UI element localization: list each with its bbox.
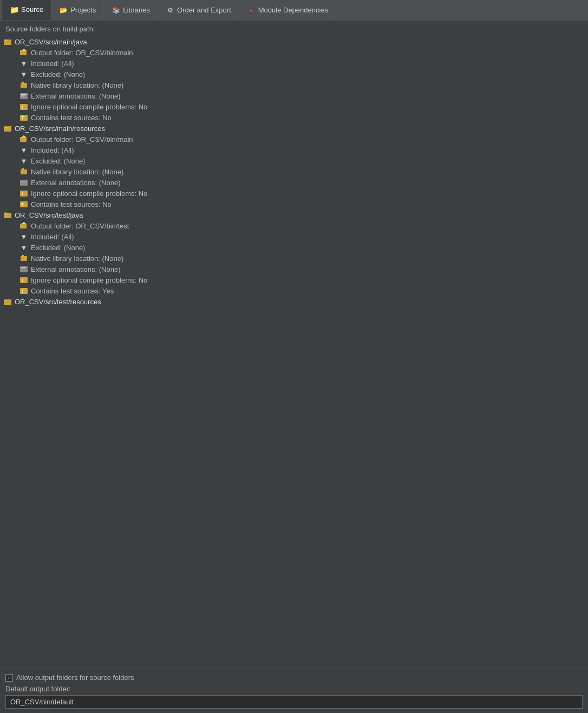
tree-scroll-area[interactable]: OR_CSV/src/main/java Output folder: OR_C… — [0, 36, 588, 669]
svg-rect-7 — [20, 93, 28, 99]
svg-rect-6 — [22, 82, 24, 83]
order-export-tab-icon: ⚙ — [166, 6, 174, 15]
test-icon-main-java: T — [19, 113, 28, 122]
tree-child-ignore-main-java[interactable]: ! Ignore optional compile problems: No — [0, 101, 588, 112]
output-icon-test-java — [19, 221, 28, 230]
svg-rect-35 — [22, 255, 24, 257]
tree-child-included-main-java[interactable]: ▼ Included: (All) — [0, 58, 588, 69]
label-excluded-test-java: Excluded: (None) — [31, 244, 85, 252]
folder-icon-src-main-java — [3, 37, 12, 46]
svg-text:T: T — [21, 289, 24, 294]
tab-order-export[interactable]: ⚙ Order and Export — [158, 0, 239, 20]
tab-source[interactable]: 📁 Source — [2, 0, 51, 20]
tree-child-output-main-java[interactable]: Output folder: OR_CSV/bin/main — [0, 47, 588, 58]
tab-projects-label: Projects — [70, 6, 96, 14]
tree-child-ignore-test-java[interactable]: ! Ignore optional compile problems: No — [0, 274, 588, 285]
svg-rect-37 — [21, 267, 27, 268]
label-src-main-java: OR_CSV/src/main/java — [15, 38, 87, 46]
label-native-main-res: Native library location: (None) — [31, 168, 123, 176]
libraries-tab-icon: 📚 — [112, 6, 120, 15]
tree-child-included-test-java[interactable]: ▼ Included: (All) — [0, 231, 588, 242]
label-ignore-main-res: Ignore optional compile problems: No — [31, 189, 147, 198]
filter2-icon-test-java: ▼ — [19, 243, 28, 252]
label-output-main-java: Output folder: OR_CSV/bin/main — [31, 49, 133, 57]
svg-rect-20 — [21, 169, 27, 174]
tree-child-included-main-res[interactable]: ▼ Included: (All) — [0, 145, 588, 155]
tree-child-external-test-java[interactable]: External annotations: (None) — [0, 264, 588, 274]
tree-child-output-test-java[interactable]: Output folder: OR_CSV/bin/test — [0, 220, 588, 231]
allow-output-checkbox[interactable]: ✓ — [5, 674, 13, 682]
tree-root-src-main-resources[interactable]: OR_CSV/src/main/resources — [0, 123, 588, 134]
bottom-bar: ✓ Allow output folders for source folder… — [0, 669, 588, 713]
label-src-test-java: OR_CSV/src/test/java — [15, 211, 83, 219]
allow-output-row: ✓ Allow output folders for source folder… — [5, 673, 583, 682]
label-external-main-java: External annotations: (None) — [31, 92, 120, 100]
svg-text:!: ! — [22, 278, 23, 283]
svg-text:T: T — [21, 115, 24, 121]
tree-child-external-main-java[interactable]: External annotations: (None) — [0, 90, 588, 101]
default-output-field[interactable] — [5, 695, 583, 709]
tree-root-src-test-java[interactable]: OR_CSV/src/test/java — [0, 210, 588, 220]
ignore-icon-main-java: ! — [19, 102, 28, 111]
tree-root-src-test-resources[interactable]: OR_CSV/src/test/resources — [0, 296, 588, 307]
default-output-label: Default output folder: — [5, 685, 583, 693]
label-native-test-java: Native library location: (None) — [31, 254, 123, 263]
tab-module-deps-label: Module Dependencies — [258, 6, 328, 14]
label-excluded-main-res: Excluded: (None) — [31, 157, 85, 165]
label-output-test-java: Output folder: OR_CSV/bin/test — [31, 222, 129, 230]
external-icon-main-res — [19, 178, 28, 187]
svg-rect-10 — [21, 96, 24, 97]
svg-text:!: ! — [22, 191, 23, 197]
label-included-main-java: Included: (All) — [31, 60, 74, 68]
tab-libraries-label: Libraries — [123, 6, 150, 14]
tree-child-native-main-java[interactable]: Native library location: (None) — [0, 80, 588, 90]
ignore-icon-main-res: ! — [19, 189, 28, 198]
svg-marker-19 — [21, 135, 27, 138]
svg-rect-5 — [21, 83, 27, 88]
svg-rect-3 — [20, 50, 27, 55]
label-test-main-res: Contains test sources: No — [31, 200, 112, 208]
svg-marker-33 — [21, 222, 27, 224]
svg-rect-31 — [5, 213, 6, 214]
svg-text:T: T — [21, 202, 24, 207]
svg-rect-36 — [20, 266, 28, 272]
folder-icon-src-test-java — [3, 211, 12, 219]
svg-rect-24 — [21, 182, 25, 182]
tree-child-excluded-main-res[interactable]: ▼ Excluded: (None) — [0, 155, 588, 166]
tree-child-external-main-res[interactable]: External annotations: (None) — [0, 177, 588, 188]
tree-child-ignore-main-res[interactable]: ! Ignore optional compile problems: No — [0, 188, 588, 199]
filter-icon-main-java: ▼ — [19, 59, 28, 68]
tree-child-excluded-main-java[interactable]: ▼ Excluded: (None) — [0, 69, 588, 80]
svg-rect-9 — [21, 95, 25, 96]
ignore-icon-test-java: ! — [19, 276, 28, 284]
module-deps-tab-icon: ● — [247, 6, 256, 15]
filter2-icon-main-res: ▼ — [19, 156, 28, 165]
tree-root-src-main-java[interactable]: OR_CSV/src/main/java — [0, 36, 588, 47]
svg-rect-34 — [21, 256, 27, 261]
tree-child-test-main-java[interactable]: T Contains test sources: No — [0, 112, 588, 123]
tree-child-output-main-res[interactable]: Output folder: OR_CSV/bin/main — [0, 134, 588, 145]
tree-child-test-main-res[interactable]: T Contains test sources: No — [0, 199, 588, 210]
svg-text:!: ! — [22, 104, 23, 110]
svg-rect-22 — [20, 180, 28, 186]
label-external-main-res: External annotations: (None) — [31, 179, 120, 187]
tree-child-excluded-test-java[interactable]: ▼ Excluded: (None) — [0, 242, 588, 253]
external-icon-main-java — [19, 91, 28, 100]
label-included-test-java: Included: (All) — [31, 233, 74, 241]
allow-output-label: Allow output folders for source folders — [16, 673, 134, 682]
tree-wrapper: OR_CSV/src/main/java Output folder: OR_C… — [0, 36, 588, 669]
tree-child-native-test-java[interactable]: Native library location: (None) — [0, 253, 588, 264]
tree-child-native-main-res[interactable]: Native library location: (None) — [0, 166, 588, 177]
label-external-test-java: External annotations: (None) — [31, 265, 120, 273]
test-icon-main-res: T — [19, 200, 28, 208]
svg-marker-4 — [21, 49, 27, 51]
filter-icon-main-res: ▼ — [19, 146, 28, 154]
native-icon-test-java — [19, 254, 28, 263]
svg-rect-2 — [5, 40, 6, 41]
output-icon-main-java — [19, 48, 28, 57]
tab-libraries[interactable]: 📚 Libraries — [104, 0, 158, 20]
svg-rect-17 — [5, 127, 6, 128]
tab-projects[interactable]: 📂 Projects — [51, 0, 104, 20]
tab-module-deps[interactable]: ● Module Dependencies — [239, 0, 336, 20]
tree-child-test-test-java[interactable]: T Contains test sources: Yes — [0, 285, 588, 296]
